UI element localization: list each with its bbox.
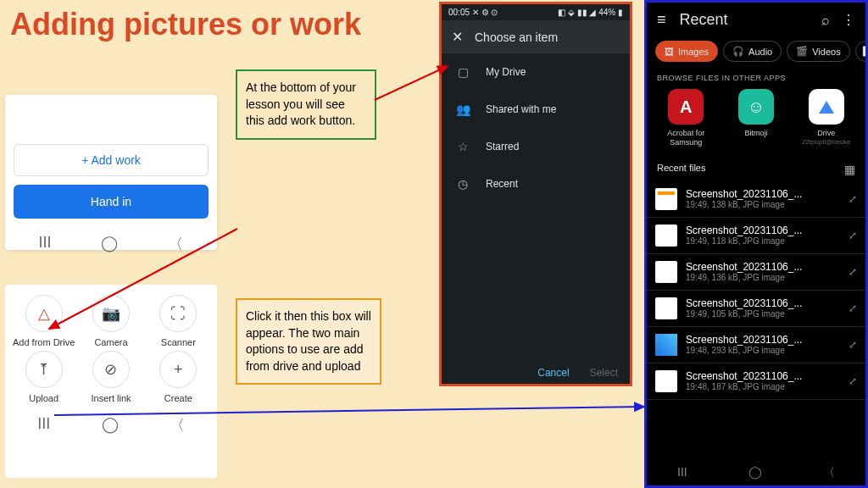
home-icon[interactable]: ◯ xyxy=(102,415,119,435)
home-icon[interactable]: ◯ xyxy=(748,465,762,480)
recent-files-label: Recent files xyxy=(657,163,705,176)
drive-item-shared-with-me[interactable]: 👥Shared with me xyxy=(442,91,630,128)
cancel-button[interactable]: Cancel xyxy=(537,367,569,379)
file-row[interactable]: Screenshot_20231106_...19:49, 138 kB, JP… xyxy=(647,181,865,218)
option-scanner[interactable]: ⛶Scanner xyxy=(147,295,210,347)
chip-audio[interactable]: 🎧Audio xyxy=(723,41,782,62)
choose-item-header: ✕ Choose an item xyxy=(442,20,630,53)
file-thumbnail xyxy=(655,188,677,210)
add-work-button[interactable]: + Add work xyxy=(14,144,209,176)
search-icon[interactable]: ⌕ xyxy=(821,13,830,28)
callout-add-work: At the bottom of your lesson you will se… xyxy=(236,69,376,140)
chip-icon: 🎬 xyxy=(796,46,808,57)
item-icon: ☆ xyxy=(455,140,470,153)
option-upload[interactable]: ⤒Upload xyxy=(12,351,75,403)
file-name: Screenshot_20231106_... xyxy=(686,188,843,200)
file-thumbnail xyxy=(655,370,677,392)
expand-icon[interactable]: ⤢ xyxy=(849,193,857,205)
file-meta: 19:49, 105 kB, JPG image xyxy=(686,309,843,319)
status-time: 00:05 ✕ ⚙ ⊙ xyxy=(448,8,498,17)
page-title: Adding pictures or work xyxy=(10,7,361,42)
recents-icon[interactable]: III xyxy=(37,415,50,435)
app-bitmoji[interactable]: ☺Bitmoji xyxy=(726,89,787,147)
app-drive[interactable]: Drive22tpupil@becke xyxy=(795,89,857,147)
chip-documents[interactable]: 📄 xyxy=(855,41,868,62)
file-row[interactable]: Screenshot_20231106_...19:48, 187 kB, JP… xyxy=(647,363,865,400)
status-bar: 00:05 ✕ ⚙ ⊙ ◧ ⬙ ▮▮ ◢ 44% ▮ xyxy=(442,4,630,20)
android-nav-bar: III ◯ 〈 xyxy=(14,234,209,254)
option-label: Camera xyxy=(79,337,142,347)
item-label: Recent xyxy=(486,178,518,190)
hamburger-icon[interactable]: ≡ xyxy=(657,11,666,29)
option-label: Scanner xyxy=(147,337,210,347)
option-create[interactable]: +Create xyxy=(147,351,210,403)
add-from-drive-icon: △ xyxy=(25,295,63,332)
option-insert-link[interactable]: ⊘Insert link xyxy=(79,351,142,403)
upload-icon: ⤒ xyxy=(25,351,63,388)
expand-icon[interactable]: ⤢ xyxy=(849,230,857,241)
item-icon: ◷ xyxy=(455,177,470,191)
option-camera[interactable]: 📷Camera xyxy=(79,295,142,347)
scanner-icon: ⛶ xyxy=(159,295,197,332)
app-name: Acrobat for Samsung xyxy=(655,129,717,147)
file-row[interactable]: Screenshot_20231106_...19:49, 118 kB, JP… xyxy=(647,218,865,254)
expand-icon[interactable]: ⤢ xyxy=(849,375,857,387)
expand-icon[interactable]: ⤢ xyxy=(849,339,857,351)
file-row[interactable]: Screenshot_20231106_...19:49, 136 kB, JP… xyxy=(647,254,865,291)
chip-videos[interactable]: 🎬Videos xyxy=(787,41,849,62)
home-icon[interactable]: ◯ xyxy=(101,234,118,254)
file-name: Screenshot_20231106_... xyxy=(686,261,843,273)
screenshot-choose-item: 00:05 ✕ ⚙ ⊙ ◧ ⬙ ▮▮ ◢ 44% ▮ ✕ Choose an i… xyxy=(439,2,632,386)
file-meta: 19:48, 293 kB, JPG image xyxy=(686,346,843,355)
android-nav-bar: III ◯ 〈 xyxy=(12,415,210,435)
expand-icon[interactable]: ⤢ xyxy=(849,302,857,314)
recents-icon[interactable]: III xyxy=(677,465,687,480)
more-icon[interactable]: ⋮ xyxy=(842,12,855,28)
recents-icon[interactable]: III xyxy=(38,234,51,254)
file-row[interactable]: Screenshot_20231106_...19:48, 293 kB, JP… xyxy=(647,327,865,363)
expand-icon[interactable]: ⤢ xyxy=(849,266,857,278)
chip-label: Audio xyxy=(748,47,772,57)
file-name: Screenshot_20231106_... xyxy=(686,225,843,236)
file-row[interactable]: Screenshot_20231106_...19:49, 105 kB, JP… xyxy=(647,291,865,327)
hand-in-button[interactable]: Hand in xyxy=(14,185,209,219)
acrobat-icon: A xyxy=(668,89,704,125)
chip-images[interactable]: 🖼Images xyxy=(655,41,718,62)
grid-view-icon[interactable]: ▦ xyxy=(844,163,855,176)
option-add-from-drive[interactable]: △Add from Drive xyxy=(12,295,75,347)
drive-item-starred[interactable]: ☆Starred xyxy=(442,128,630,165)
drive-item-my-drive[interactable]: ▢My Drive xyxy=(442,53,630,91)
back-icon[interactable]: 〈 xyxy=(170,415,185,435)
chip-icon: 🎧 xyxy=(732,46,744,57)
file-thumbnail xyxy=(655,334,677,356)
file-name: Screenshot_20231106_... xyxy=(686,370,843,382)
chip-label: Images xyxy=(678,47,709,57)
callout-options: Click it then this box will appear. The … xyxy=(236,298,381,385)
file-thumbnail xyxy=(655,225,677,247)
close-icon[interactable]: ✕ xyxy=(452,29,463,45)
status-battery: ◧ ⬙ ▮▮ ◢ 44% ▮ xyxy=(558,8,623,17)
file-meta: 19:49, 118 kB, JPG image xyxy=(686,236,843,246)
option-label: Upload xyxy=(12,393,75,403)
file-name: Screenshot_20231106_... xyxy=(686,334,843,346)
back-icon[interactable]: 〈 xyxy=(823,465,835,480)
file-thumbnail xyxy=(655,297,677,319)
item-icon: 👥 xyxy=(455,103,470,116)
item-label: Starred xyxy=(486,141,519,152)
app-name: Drive xyxy=(795,129,857,138)
item-label: My Drive xyxy=(486,66,526,78)
drive-item-recent[interactable]: ◷Recent xyxy=(442,165,630,202)
select-button[interactable]: Select xyxy=(590,367,618,379)
app-acrobat[interactable]: AAcrobat for Samsung xyxy=(655,89,717,147)
app-name: Bitmoji xyxy=(726,129,787,138)
file-meta: 19:49, 138 kB, JPG image xyxy=(686,200,843,209)
recent-title: Recent xyxy=(680,11,810,29)
option-label: Insert link xyxy=(79,393,142,403)
back-icon[interactable]: 〈 xyxy=(168,234,183,254)
bitmoji-icon: ☺ xyxy=(738,89,774,125)
insert-link-icon: ⊘ xyxy=(92,351,130,388)
create-icon: + xyxy=(159,351,197,388)
app-account: 22tpupil@becke xyxy=(795,138,857,146)
file-thumbnail xyxy=(655,261,677,283)
file-meta: 19:49, 136 kB, JPG image xyxy=(686,273,843,282)
